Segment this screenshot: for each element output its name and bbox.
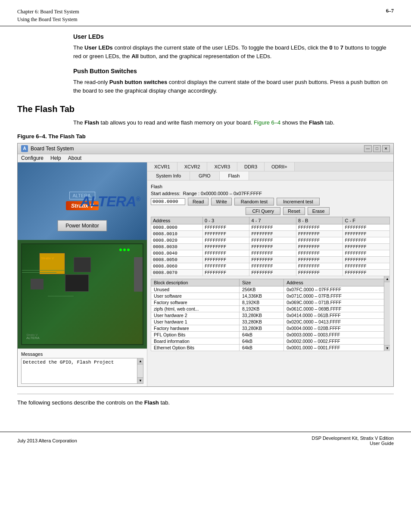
flash-content: Flash Start address: Range : 0x0000.0000…: [147, 180, 393, 386]
col-address: Address: [151, 217, 203, 224]
flash-table-row: 0008.0010FFFFFFFFFFFFFFFFFFFFFFFFFFFFFFF…: [151, 230, 390, 237]
block-cell-address: 0x069C.0000 – 071B.FFFF: [284, 299, 390, 305]
flash-cell-data: FFFFFFFF: [296, 224, 343, 230]
block-col-size: Size: [240, 279, 284, 286]
figure-label: Figure 6–4. The Flash Tab: [17, 133, 394, 140]
window-controls[interactable]: — □ ✕: [364, 145, 390, 152]
tab-xcvr3[interactable]: XCVR3: [207, 162, 237, 171]
block-scrollbar[interactable]: ▲ ▼: [384, 276, 390, 351]
flash-cell-data: FFFFFFFF: [249, 256, 296, 263]
flash-cell-data: FFFFFFFF: [249, 263, 296, 269]
tab-system-info[interactable]: System Info: [147, 171, 190, 180]
footer-left: July 2013 Altera Corporation: [17, 438, 77, 443]
cfi-query-button[interactable]: CFI Query: [246, 207, 280, 215]
block-cell-desc: User hardware 1: [151, 318, 240, 325]
scrollbar-down[interactable]: ▼: [137, 377, 143, 383]
flash-cell-data: FFFFFFFF: [249, 269, 296, 276]
power-monitor-button[interactable]: Power Monitor: [57, 220, 107, 231]
flash-cell-data: FFFFFFFF: [343, 250, 390, 256]
block-cell-address: 0x020C.0000 – 0413.FFFF: [284, 318, 390, 325]
page-header: Chapter 6: Board Test System Using the B…: [0, 0, 411, 26]
flash-cell-data: FFFFFFFF: [202, 256, 249, 263]
menu-configure[interactable]: Configure: [21, 155, 44, 161]
tab-gpio[interactable]: GPIO: [190, 171, 220, 180]
flash-controls-row1: Read Write Random test Increment test: [151, 198, 390, 205]
footer-right-line2: User Guide: [311, 441, 394, 446]
flash-cell-data: FFFFFFFF: [249, 224, 296, 230]
trace-3: [48, 296, 74, 296]
flash-cell-address: 0008.0000: [151, 224, 203, 230]
menu-about[interactable]: About: [68, 155, 81, 161]
figure-box: A Board Test System — □ ✕ Configure Help…: [17, 143, 394, 387]
block-table-row: Ethernet Option Bits64kB0x0001.0000 – 00…: [151, 344, 390, 351]
block-table-row: Factory software8,192KB0x069C.0000 – 071…: [151, 299, 390, 305]
close-button[interactable]: ✕: [382, 145, 390, 152]
block-table-row: PFL Option Bits64kB0x0003.0000 – 0003.FF…: [151, 331, 390, 338]
start-address-label: Start address:: [151, 191, 180, 196]
tab-odrii[interactable]: ODRII+: [265, 162, 295, 171]
pcb-chip-3: [31, 279, 44, 289]
increment-test-button[interactable]: Increment test: [277, 198, 320, 205]
address-input[interactable]: [151, 198, 185, 205]
flash-cell-data: FFFFFFFF: [202, 263, 249, 269]
block-table-row: Factory hardware33,280KB0x0004.0000 – 02…: [151, 325, 390, 331]
figure-link[interactable]: Figure 6–4: [254, 119, 280, 126]
messages-area: Messages Detected the GPIO, Flash Projec…: [18, 348, 147, 386]
flash-cell-data: FFFFFFFF: [296, 237, 343, 243]
tab-xcvr1[interactable]: XCVR1: [147, 162, 177, 171]
flash-cell-data: FFFFFFFF: [296, 263, 343, 269]
tabs-row2: System Info GPIO Flash: [147, 171, 393, 180]
flash-tab-intro: The Flash tab allows you to read and wri…: [73, 118, 394, 127]
write-button[interactable]: Write: [211, 198, 231, 205]
app-content: ALTERA. Stratix V ALTERA® Power Monito: [18, 162, 393, 386]
header-chapter: Chapter 6: Board Test System: [17, 8, 79, 16]
block-cell-size: 64kB: [240, 331, 284, 338]
menu-bar: Configure Help About: [18, 154, 393, 162]
pcb-led-row: [119, 249, 130, 251]
erase-button[interactable]: Erase: [308, 207, 330, 215]
tab-flash[interactable]: Flash: [220, 171, 249, 180]
flash-cell-data: FFFFFFFF: [249, 237, 296, 243]
flash-cell-data: FFFFFFFF: [202, 250, 249, 256]
block-table-row: User software14,336KB0x071C.0000 – 07FB.…: [151, 292, 390, 299]
block-cell-desc: PFL Option Bits: [151, 331, 240, 338]
user-leds-body: The User LEDs control displays the curre…: [73, 44, 394, 61]
altera-wordmark-area: ALTERA®: [80, 194, 140, 208]
block-cell-desc: Unused: [151, 286, 240, 292]
block-table-row: Board information64kB0x0002.0000 – 0002.…: [151, 338, 390, 344]
flash-table-row: 0008.0070FFFFFFFFFFFFFFFFFFFFFFFFFFFFFFF…: [151, 269, 390, 276]
flash-data-table: Address 0 - 3 4 - 7 8 - B C - F 0008.000…: [151, 217, 390, 276]
maximize-button[interactable]: □: [373, 145, 381, 152]
messages-content: Detected the GPIO, Flash Project: [23, 360, 114, 365]
header-page-number: 6–7: [386, 8, 394, 14]
flash-cell-address: 0008.0040: [151, 250, 203, 256]
read-button[interactable]: Read: [188, 198, 209, 205]
minimize-button[interactable]: —: [364, 145, 372, 152]
flash-cell-data: FFFFFFFF: [202, 269, 249, 276]
block-cell-address: 0x0414.0000 – 061B.FFFF: [284, 312, 390, 318]
menu-help[interactable]: Help: [50, 155, 61, 161]
scrollbar-up[interactable]: ▲: [137, 358, 143, 364]
block-cell-address: 0x0004.0000 – 020B.FFFF: [284, 325, 390, 331]
block-table: Block description Size Address Unused256…: [151, 279, 390, 351]
block-cell-size: 8,192KB: [240, 299, 284, 305]
messages-label: Messages: [21, 352, 143, 357]
flash-cell-address: 0008.0030: [151, 243, 203, 250]
flash-table-row: 0008.0000FFFFFFFFFFFFFFFFFFFFFFFFFFFFFFF…: [151, 224, 390, 230]
right-panel: XCVR1 XCVR2 XCVR3 DDR3 ODRII+ System Inf…: [147, 162, 393, 386]
messages-scrollbar[interactable]: ▲ ▼: [137, 358, 143, 383]
flash-cell-data: FFFFFFFF: [202, 243, 249, 250]
block-cell-size: 33,280KB: [240, 318, 284, 325]
flash-cell-data: FFFFFFFF: [249, 250, 296, 256]
block-scroll-up[interactable]: ▲: [384, 276, 390, 282]
tab-xcvr2[interactable]: XCVR2: [177, 162, 208, 171]
tab-ddr3[interactable]: DDR3: [237, 162, 265, 171]
block-cell-size: 33,280KB: [240, 312, 284, 318]
random-test-button[interactable]: Random test: [234, 198, 274, 205]
block-scroll-down[interactable]: ▼: [384, 345, 390, 351]
block-col-address: Address: [284, 279, 390, 286]
flash-cell-address: 0008.0060: [151, 263, 203, 269]
col-4-7: 4 - 7: [249, 217, 296, 224]
col-8-b: 8 - B: [296, 217, 343, 224]
reset-button[interactable]: Reset: [283, 207, 305, 215]
